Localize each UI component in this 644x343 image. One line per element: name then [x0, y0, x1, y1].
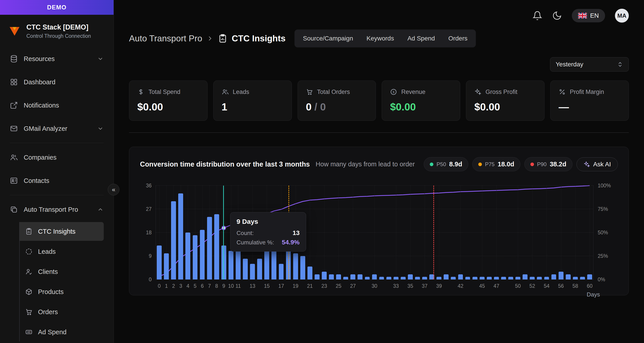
histogram-bar[interactable]	[200, 230, 205, 280]
tab-keywords[interactable]: Keywords	[360, 31, 401, 46]
histogram-bar[interactable]	[243, 259, 248, 280]
histogram-bar[interactable]	[415, 277, 420, 280]
histogram-bar[interactable]	[544, 277, 549, 280]
histogram-bar[interactable]	[552, 274, 556, 280]
breadcrumb-parent[interactable]: Auto Transport Pro	[129, 34, 202, 44]
tab-ad-spend[interactable]: Ad Spend	[401, 31, 442, 46]
histogram-bar[interactable]	[394, 277, 398, 280]
sidebar-item-auto-transport-pro[interactable]: Auto Transport Pro	[5, 199, 109, 220]
language-selector[interactable]: EN	[572, 9, 605, 22]
sidebar-item-companies[interactable]: Companies	[5, 147, 109, 168]
sidebar-subitem-leads[interactable]: Leads	[20, 242, 104, 261]
histogram-bar[interactable]	[171, 201, 176, 280]
histogram-bar[interactable]	[522, 274, 528, 280]
histogram-bar[interactable]	[228, 251, 234, 280]
histogram-bar[interactable]	[178, 194, 183, 280]
histogram-bar[interactable]	[537, 277, 542, 280]
histogram-bar[interactable]	[272, 251, 276, 280]
sidebar-item-resources[interactable]: Resources	[5, 48, 109, 70]
x-axis-tick: 2	[172, 283, 175, 289]
histogram-bar[interactable]	[487, 277, 492, 280]
histogram-bar[interactable]	[451, 277, 456, 280]
histogram-bar[interactable]	[329, 274, 334, 280]
tab-orders[interactable]: Orders	[442, 31, 474, 46]
histogram-bar[interactable]	[516, 277, 520, 280]
histogram-bar[interactable]	[436, 277, 442, 280]
histogram-bar[interactable]	[358, 274, 362, 280]
kpi-value: 1	[222, 101, 284, 113]
sidebar-item-gmail-analyzer[interactable]: GMail Analyzer	[5, 118, 109, 139]
histogram-bar[interactable]	[386, 277, 391, 280]
histogram-bar[interactable]	[279, 264, 284, 280]
p75-badge[interactable]: P7518.0d	[472, 157, 520, 171]
sidebar-subitem-ctc-insights[interactable]: CTC Insights	[20, 222, 104, 241]
histogram-bar[interactable]	[444, 274, 448, 280]
left-y-axis: 09182736	[140, 186, 156, 280]
histogram-bar[interactable]	[293, 253, 298, 280]
histogram-bar[interactable]	[508, 277, 513, 280]
sidebar-item-contacts[interactable]: Contacts	[5, 170, 109, 192]
histogram-bar[interactable]	[401, 277, 406, 280]
histogram-bar[interactable]	[264, 251, 269, 280]
brand[interactable]: CTC Stack [DEMO] Control Through Connect…	[0, 15, 114, 46]
histogram-bar[interactable]	[372, 274, 377, 280]
sidebar-subitem-orders[interactable]: Orders	[20, 302, 104, 321]
histogram-bar[interactable]	[185, 232, 190, 280]
p50-badge[interactable]: P508.9d	[424, 157, 468, 171]
sidebar-subitem-clients[interactable]: Clients	[20, 262, 104, 281]
histogram-bar[interactable]	[408, 274, 413, 280]
sidebar-subitem-products[interactable]: Products	[20, 282, 104, 301]
histogram-bar[interactable]	[157, 246, 162, 280]
histogram-bar[interactable]	[214, 214, 219, 280]
histogram-bar[interactable]	[566, 274, 571, 280]
histogram-bar[interactable]	[193, 235, 198, 280]
sidebar-collapse-button[interactable]: «	[108, 184, 120, 196]
v-gridline	[439, 186, 439, 280]
histogram-bar[interactable]	[222, 246, 226, 280]
histogram-bar[interactable]	[300, 256, 305, 280]
sidebar-item-dashboard[interactable]: Dashboard	[5, 71, 109, 93]
notifications-bell-icon[interactable]	[532, 11, 542, 20]
v-gridline	[575, 186, 576, 280]
ask-ai-button[interactable]: Ask AI	[576, 158, 618, 171]
histogram-bar[interactable]	[587, 274, 592, 280]
histogram-bar[interactable]	[379, 277, 384, 280]
histogram-bar[interactable]	[494, 277, 499, 280]
histogram-bar[interactable]	[458, 274, 463, 280]
topbar: EN MA	[129, 0, 629, 24]
user-avatar[interactable]: MA	[615, 9, 629, 22]
theme-moon-icon[interactable]	[552, 11, 562, 20]
histogram-bar[interactable]	[250, 264, 255, 280]
histogram-bar[interactable]	[573, 277, 578, 280]
histogram-bar[interactable]	[336, 274, 341, 280]
v-gridline	[410, 186, 410, 280]
sidebar-subitem-ad-spend[interactable]: AD Ad Spend	[20, 323, 104, 342]
histogram-bar[interactable]	[350, 274, 355, 280]
histogram-bar[interactable]	[472, 277, 478, 280]
sidebar-subnav: CTC Insights Leads Clients Products Orde…	[19, 222, 104, 342]
histogram-bar[interactable]	[480, 277, 484, 280]
histogram-bar[interactable]	[365, 277, 370, 280]
x-axis-tick: 47	[494, 283, 499, 289]
p90-badge[interactable]: P9038.2d	[524, 157, 572, 171]
histogram-bar[interactable]	[314, 274, 320, 280]
histogram-bar[interactable]	[580, 277, 585, 280]
x-axis-tick: 10	[228, 283, 234, 289]
sidebar-item-notifications[interactable]: Notifications	[5, 94, 109, 116]
histogram-bar[interactable]	[322, 272, 327, 280]
histogram-bar[interactable]	[465, 277, 470, 280]
histogram-bar[interactable]	[558, 272, 564, 280]
histogram-bar[interactable]	[236, 251, 240, 280]
histogram-bar[interactable]	[343, 277, 348, 280]
histogram-bar[interactable]	[501, 277, 506, 280]
histogram-bar[interactable]	[308, 266, 312, 280]
histogram-bar[interactable]	[422, 277, 427, 280]
histogram-bar[interactable]	[207, 217, 212, 280]
right-axis-tick: 100%	[598, 183, 611, 189]
histogram-bar[interactable]	[530, 277, 535, 280]
v-gridline	[353, 186, 353, 280]
histogram-bar[interactable]	[257, 259, 262, 280]
date-range-select[interactable]: Yesterday	[550, 57, 629, 72]
histogram-bar[interactable]	[164, 253, 169, 280]
tab-source-campaign[interactable]: Source/Campaign	[296, 31, 360, 46]
